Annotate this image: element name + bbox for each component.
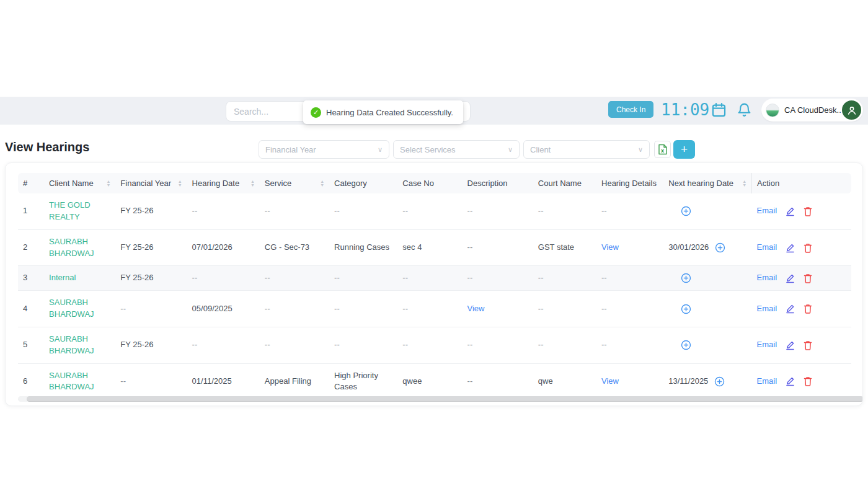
- delete-icon[interactable]: [804, 376, 812, 386]
- sort-icon[interactable]: ▲▼: [320, 180, 324, 187]
- services-select[interactable]: Select Services ∨: [393, 140, 520, 159]
- add-next-hearing-icon[interactable]: [714, 376, 725, 387]
- client-select[interactable]: Client ∨: [523, 140, 650, 159]
- table-row: 1THE GOLD REALTYFY 25-26--------------Em…: [18, 193, 851, 229]
- client-name-link[interactable]: Internal: [49, 273, 76, 282]
- horizontal-scrollbar-thumb[interactable]: [27, 396, 863, 402]
- sort-icon[interactable]: ▲▼: [250, 180, 255, 187]
- table-row: 3InternalFY 25-26--------------Email: [18, 266, 851, 291]
- cell-value: FY 25-26: [120, 206, 153, 215]
- cell-value: --: [538, 304, 544, 313]
- cell-value: 3: [23, 273, 27, 282]
- email-link[interactable]: Email: [757, 242, 777, 254]
- add-next-hearing-icon[interactable]: [681, 340, 691, 350]
- column-header-client-name[interactable]: Client Name▲▼: [44, 173, 115, 193]
- services-placeholder: Select Services: [400, 145, 456, 154]
- edit-icon[interactable]: [786, 206, 795, 216]
- sort-icon[interactable]: ▲▼: [178, 180, 182, 187]
- column-header-case-no: Case No: [397, 173, 462, 193]
- cell-value: 1: [23, 206, 27, 215]
- client-name-link[interactable]: SAURABH BHARDWAJ: [49, 237, 94, 258]
- email-link[interactable]: Email: [757, 272, 777, 284]
- column-header-service[interactable]: Service▲▼: [260, 173, 329, 193]
- column-header-financial-year[interactable]: Financial Year▲▼: [115, 173, 187, 193]
- column-label: Description: [467, 179, 508, 188]
- cell-value: --: [192, 340, 198, 349]
- client-name-link[interactable]: THE GOLD REALTY: [49, 200, 90, 221]
- delete-icon[interactable]: [804, 340, 812, 350]
- clock-time: 11:09: [661, 100, 709, 119]
- table-row: 4SAURABH BHARDWAJ--05/09/2025------View-…: [18, 291, 851, 327]
- chevron-down-icon: ∨: [378, 146, 383, 154]
- edit-icon[interactable]: [786, 340, 795, 350]
- cell-value: --: [334, 304, 340, 313]
- add-next-hearing-icon[interactable]: [681, 206, 691, 216]
- delete-icon[interactable]: [804, 273, 812, 283]
- cell-value: 05/09/2025: [192, 304, 232, 313]
- column-header-hearing-date[interactable]: Hearing Date▲▼: [187, 173, 260, 193]
- delete-icon[interactable]: [804, 243, 812, 253]
- column-header-court-name: Court Name: [533, 173, 596, 193]
- add-next-hearing-icon[interactable]: [715, 242, 725, 253]
- edit-icon[interactable]: [786, 304, 795, 314]
- column-label: Hearing Details: [601, 179, 657, 188]
- client-placeholder: Client: [530, 145, 551, 154]
- hearings-table-card: #Client Name▲▼Financial Year▲▼Hearing Da…: [5, 162, 863, 406]
- horizontal-scrollbar-track[interactable]: [18, 396, 863, 402]
- edit-icon[interactable]: [786, 376, 795, 386]
- cell-value: --: [265, 304, 270, 313]
- next-hearing-date: 13/11/2025: [668, 376, 708, 388]
- sort-icon[interactable]: ▲▼: [742, 180, 746, 187]
- cell-value: --: [120, 304, 126, 313]
- sort-icon[interactable]: ▲▼: [106, 180, 110, 187]
- cell-value: --: [601, 206, 607, 215]
- profile-name: CA CloudDesk..: [784, 105, 841, 115]
- cell-value: 5: [23, 340, 27, 349]
- client-name-link[interactable]: SAURABH BHARDWAJ: [49, 371, 94, 392]
- delete-icon[interactable]: [804, 206, 812, 216]
- add-next-hearing-icon[interactable]: [681, 304, 691, 314]
- email-link[interactable]: Email: [757, 205, 777, 217]
- edit-icon[interactable]: [786, 243, 795, 253]
- email-link[interactable]: Email: [757, 303, 777, 315]
- description-view-link[interactable]: View: [467, 304, 485, 313]
- cell-value: Appeal Filing: [265, 376, 311, 386]
- calendar-icon[interactable]: [711, 102, 727, 120]
- toast-message: Hearing Data Created Successfully.: [326, 108, 453, 117]
- column-header--: #: [18, 173, 44, 193]
- cell-value: FY 25-26: [120, 340, 153, 349]
- cell-value: 4: [23, 304, 27, 313]
- top-navigation-bar: ✓ Hearing Data Created Successfully. Che…: [0, 97, 868, 125]
- add-next-hearing-icon[interactable]: [681, 273, 691, 283]
- hearing-details-view-link[interactable]: View: [601, 242, 619, 252]
- column-header-next-hearing-date[interactable]: Next hearing Date▲▼: [663, 173, 751, 193]
- export-excel-button[interactable]: x: [654, 141, 671, 158]
- cell-value: GST state: [538, 242, 574, 252]
- cell-value: 2: [23, 242, 27, 252]
- user-avatar-icon[interactable]: [841, 99, 862, 121]
- hearing-details-view-link[interactable]: View: [601, 376, 619, 386]
- page-title: View Hearings: [5, 140, 89, 154]
- cell-value: --: [402, 340, 408, 349]
- check-in-button[interactable]: Check In: [608, 101, 653, 118]
- cell-value: Running Cases: [334, 242, 389, 252]
- client-name-link[interactable]: SAURABH BHARDWAJ: [49, 298, 94, 319]
- cell-value: --: [601, 273, 607, 282]
- hearings-table: #Client Name▲▼Financial Year▲▼Hearing Da…: [18, 173, 851, 406]
- cell-value: --: [467, 242, 473, 252]
- notifications-bell-icon[interactable]: [737, 102, 752, 120]
- add-hearing-button[interactable]: +: [673, 140, 695, 159]
- column-label: Client Name: [49, 179, 94, 188]
- edit-icon[interactable]: [786, 273, 795, 283]
- column-label: Case No: [402, 179, 434, 188]
- email-link[interactable]: Email: [757, 376, 777, 388]
- financial-year-select[interactable]: Financial Year ∨: [259, 140, 389, 159]
- client-name-link[interactable]: SAURABH BHARDWAJ: [49, 334, 94, 355]
- profile-menu[interactable]: CA CloudDesk..: [761, 99, 863, 122]
- cell-value: qwee: [402, 376, 422, 386]
- email-link[interactable]: Email: [757, 339, 777, 351]
- cell-value: --: [601, 340, 607, 349]
- delete-icon[interactable]: [804, 304, 812, 314]
- cell-value: --: [334, 340, 340, 349]
- cell-value: --: [192, 273, 198, 282]
